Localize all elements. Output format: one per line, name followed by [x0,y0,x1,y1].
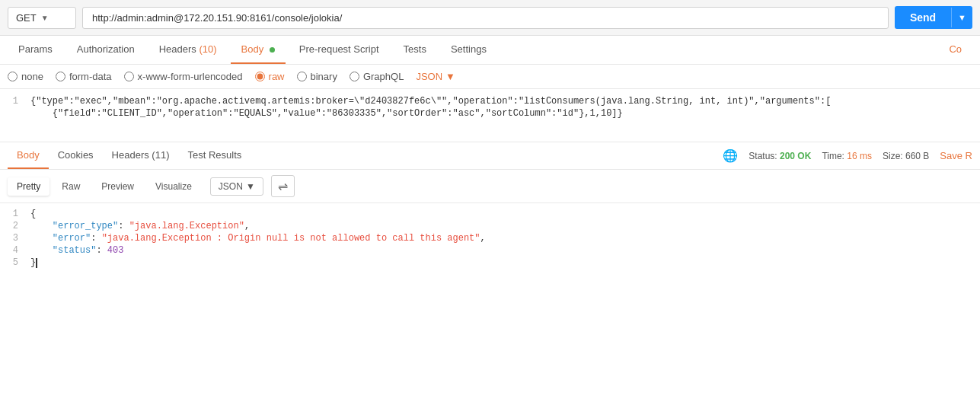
method-label: GET [16,12,37,24]
code-line-2: {"field":"CLIENT_ID","operation":"EQUALS… [0,107,980,120]
send-label: Send [895,6,951,29]
method-selector[interactable]: GET ▼ [8,7,76,29]
resp-tab-cookies[interactable]: Cookies [49,142,103,169]
resp-line-5: 5 } [0,257,980,269]
json-format-dropdown[interactable]: JSON ▼ [416,71,455,82]
code-line-1: 1 {"type":"exec","mbean":"org.apache.act… [0,95,980,107]
send-dropdown-icon[interactable]: ▼ [951,8,972,27]
radio-form-data[interactable]: form-data [56,71,112,82]
time-value: 16 ms [847,151,872,161]
top-bar: GET ▼ Send ▼ [0,0,980,36]
response-tabs-bar: Body Cookies Headers (11) Test Results 🌐… [0,142,980,170]
tab-params[interactable]: Params [8,36,63,64]
send-button[interactable]: Send ▼ [895,6,972,29]
tab-headers[interactable]: Headers (10) [148,36,228,64]
resp-line-2: 2 "error_type": "java.lang.Exception", [0,220,980,232]
resp-format-dropdown[interactable]: JSON ▼ [210,177,263,196]
view-pretty-button[interactable]: Pretty [8,177,49,196]
tab-cookies-right[interactable]: Co [938,36,972,64]
resp-tab-body[interactable]: Body [8,142,49,169]
request-body-editor[interactable]: 1 {"type":"exec","mbean":"org.apache.act… [0,89,980,142]
json-format-label: JSON [416,71,442,82]
tab-tests[interactable]: Tests [393,36,437,64]
wrap-button[interactable]: ⇌ [271,175,295,197]
status-value: 200 OK [780,151,811,161]
request-tabs: Params Authorization Headers (10) Body P… [0,36,980,65]
tab-settings[interactable]: Settings [440,36,497,64]
body-format-bar: none form-data x-www-form-urlencoded raw… [0,65,980,89]
save-response-button[interactable]: Save R [940,150,972,161]
size-value: 660 B [905,151,929,161]
view-raw-button[interactable]: Raw [53,177,89,196]
radio-none[interactable]: none [8,71,43,82]
json-format-chevron: ▼ [445,71,455,82]
response-meta: 🌐 Status: 200 OK Time: 16 ms Size: 660 B… [723,148,972,163]
resp-line-4: 4 "status": 403 [0,244,980,257]
radio-urlencoded[interactable]: x-www-form-urlencoded [124,71,243,82]
wrap-icon: ⇌ [278,180,288,193]
response-body: 1 { 2 "error_type": "java.lang.Exception… [0,203,980,273]
resp-format-label: JSON [219,181,243,192]
view-preview-button[interactable]: Preview [92,177,143,196]
tab-pre-request[interactable]: Pre-request Script [289,36,390,64]
status-label: Status: 200 OK [749,151,811,161]
radio-graphql[interactable]: GraphQL [350,71,404,82]
tab-body[interactable]: Body [231,36,286,64]
resp-line-3: 3 "error": "java.lang.Exception : Origin… [0,232,980,244]
resp-line-1: 1 { [0,208,980,220]
view-visualize-button[interactable]: Visualize [146,177,201,196]
response-section: Body Cookies Headers (11) Test Results 🌐… [0,142,980,273]
resp-tab-headers[interactable]: Headers (11) [103,142,179,169]
radio-binary[interactable]: binary [297,71,337,82]
resp-format-chevron: ▼ [246,181,255,192]
resp-view-bar: Pretty Raw Preview Visualize JSON ▼ ⇌ [0,170,980,203]
method-chevron-icon: ▼ [41,14,49,22]
url-input[interactable] [82,7,889,29]
time-label: Time: 16 ms [822,151,872,161]
tab-authorization[interactable]: Authorization [66,36,145,64]
globe-icon: 🌐 [723,148,738,163]
size-label: Size: 660 B [883,151,929,161]
body-dot [270,47,275,53]
resp-tab-test-results[interactable]: Test Results [178,142,251,169]
radio-raw[interactable]: raw [255,71,285,82]
